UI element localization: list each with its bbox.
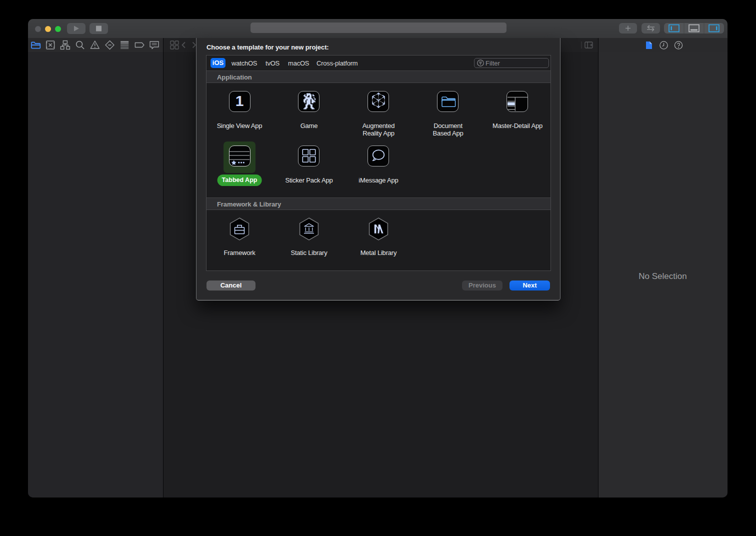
svg-text:Filter: Filter — [486, 60, 500, 67]
svg-text:1: 1 — [236, 92, 244, 109]
